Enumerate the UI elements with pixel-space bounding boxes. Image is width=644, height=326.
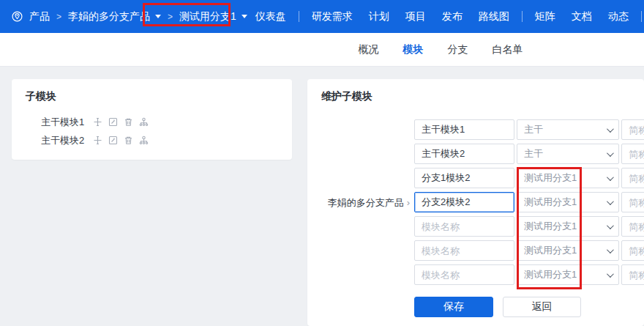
alias-input[interactable] xyxy=(621,192,644,212)
nav-item-plan[interactable]: 计划 xyxy=(361,0,397,33)
branch-select[interactable]: 测试用分支1 xyxy=(517,192,619,212)
breadcrumb-root[interactable]: 产品 xyxy=(29,10,50,23)
list-item: 主干模块2 xyxy=(41,131,292,149)
chevron-down-icon xyxy=(155,15,161,18)
module-name-input[interactable] xyxy=(414,216,514,237)
edit-icon[interactable] xyxy=(108,136,118,145)
maintain-submodule-card: 维护子模块 李娟的多分支产品› 主干 主干 测试用分支1 测试用分支1 测试用分… xyxy=(307,79,644,326)
sitemap-icon[interactable] xyxy=(139,136,149,145)
maintain-card-title: 维护子模块 xyxy=(307,79,644,103)
nav-item-activity[interactable]: 动态 xyxy=(600,0,637,33)
chevron-right-icon: › xyxy=(407,197,410,208)
back-button[interactable]: 返回 xyxy=(503,297,581,317)
branch-select-value: 主干 xyxy=(524,147,543,160)
product-name-text: 李娟的多分支产品 xyxy=(328,197,404,208)
tab-module[interactable]: 模块 xyxy=(403,43,424,56)
branch-select-value: 测试用分支1 xyxy=(524,196,577,209)
breadcrumb-separator: > xyxy=(56,12,61,22)
tab-overview[interactable]: 概况 xyxy=(359,43,379,56)
edit-icon[interactable] xyxy=(108,117,118,127)
module-row: 测试用分支1 xyxy=(414,240,644,261)
branch-select[interactable]: 测试用分支1 xyxy=(517,240,619,261)
breadcrumb-product-label: 李娟的多分支产品 xyxy=(68,10,150,23)
sitemap-icon[interactable] xyxy=(139,117,149,127)
branch-select-value: 测试用分支1 xyxy=(524,220,577,233)
nav-divider xyxy=(641,11,642,22)
module-row: 主干 xyxy=(414,119,644,140)
breadcrumb-root-label: 产品 xyxy=(29,10,50,23)
breadcrumb-product[interactable]: 李娟的多分支产品 xyxy=(68,10,161,23)
chevron-down-icon xyxy=(607,174,614,181)
chevron-down-icon xyxy=(607,125,614,133)
chevron-down-icon xyxy=(242,15,247,18)
chevron-down-icon xyxy=(607,222,614,229)
nav-item-project[interactable]: 项目 xyxy=(397,0,434,33)
submodule-form: 主干 主干 测试用分支1 测试用分支1 测试用分支1 测试用分支1 xyxy=(414,119,644,289)
nav-item-dev-requirements[interactable]: 研发需求 xyxy=(304,0,361,33)
branch-select[interactable]: 主干 xyxy=(517,119,619,140)
submodule-card: 子模块 主干模块1 主干模块2 xyxy=(12,79,292,160)
alias-input[interactable] xyxy=(621,168,644,188)
module-label: 主干模块2 xyxy=(41,134,84,147)
branch-select[interactable]: 测试用分支1 xyxy=(517,264,619,285)
breadcrumb-separator: > xyxy=(168,12,173,22)
submodule-card-title: 子模块 xyxy=(12,79,292,103)
top-navigation: 仪表盘 研发需求 计划 项目 发布 路线图 矩阵 文档 动态 设置 xyxy=(247,0,644,33)
module-name-input[interactable] xyxy=(414,119,514,140)
form-actions: 保存 返回 xyxy=(414,297,581,317)
module-name-input[interactable] xyxy=(414,264,514,285)
location-pin-icon xyxy=(12,11,23,22)
module-row: 主干 xyxy=(414,144,644,164)
alias-input[interactable] xyxy=(621,144,644,164)
nav-item-doc[interactable]: 文档 xyxy=(564,0,600,33)
settings-tabs: 概况 模块 分支 白名单 xyxy=(359,43,523,56)
breadcrumb-branch-selector[interactable]: 测试用分支1 xyxy=(179,10,247,23)
add-icon[interactable] xyxy=(93,117,102,127)
breadcrumb-branch-label: 测试用分支1 xyxy=(179,10,236,23)
branch-select-value: 测试用分支1 xyxy=(524,268,577,281)
module-row: 测试用分支1 xyxy=(414,168,644,188)
branch-select-value: 测试用分支1 xyxy=(524,171,577,185)
chevron-down-icon xyxy=(607,149,614,157)
module-label: 主干模块1 xyxy=(41,116,84,129)
delete-icon[interactable] xyxy=(124,117,133,127)
module-name-input-focused[interactable] xyxy=(414,192,514,212)
alias-input[interactable] xyxy=(621,119,644,140)
module-name-input[interactable] xyxy=(414,168,514,188)
branch-select[interactable]: 测试用分支1 xyxy=(517,216,619,237)
module-row: 测试用分支1 xyxy=(414,192,644,212)
save-button[interactable]: 保存 xyxy=(414,297,493,317)
tab-whitelist[interactable]: 白名单 xyxy=(493,43,523,56)
chevron-down-icon xyxy=(607,246,614,253)
module-name-input[interactable] xyxy=(414,240,514,261)
nav-divider xyxy=(522,11,523,22)
alias-input[interactable] xyxy=(621,264,644,285)
branch-select[interactable]: 测试用分支1 xyxy=(517,168,619,188)
branch-select-value: 测试用分支1 xyxy=(524,244,577,257)
settings-tabbar: 概况 模块 分支 白名单 xyxy=(0,33,644,67)
list-item: 主干模块1 xyxy=(41,113,292,131)
nav-item-release[interactable]: 发布 xyxy=(434,0,471,33)
chevron-down-icon xyxy=(607,270,614,278)
chevron-down-icon xyxy=(607,198,614,205)
submodule-list: 主干模块1 主干模块2 xyxy=(41,113,292,149)
nav-item-matrix[interactable]: 矩阵 xyxy=(527,0,564,33)
nav-item-dashboard[interactable]: 仪表盘 xyxy=(247,0,294,33)
branch-select-value: 主干 xyxy=(524,123,543,136)
app-header: 产品 > 李娟的多分支产品 > 测试用分支1 仪表盘 研发需求 计划 项目 发布… xyxy=(0,0,644,33)
nav-divider xyxy=(299,11,299,22)
alias-input[interactable] xyxy=(621,216,644,237)
module-row: 测试用分支1 xyxy=(414,264,644,285)
branch-select[interactable]: 主干 xyxy=(517,144,619,164)
alias-input[interactable] xyxy=(621,240,644,261)
breadcrumb: 产品 > 李娟的多分支产品 > 测试用分支1 xyxy=(0,10,247,23)
product-path-label: 李娟的多分支产品› xyxy=(319,196,410,210)
tab-branch[interactable]: 分支 xyxy=(448,43,468,56)
nav-item-roadmap[interactable]: 路线图 xyxy=(471,0,517,33)
module-name-input[interactable] xyxy=(414,144,514,164)
module-row: 测试用分支1 xyxy=(414,216,644,237)
add-icon[interactable] xyxy=(93,136,102,145)
delete-icon[interactable] xyxy=(124,136,133,145)
